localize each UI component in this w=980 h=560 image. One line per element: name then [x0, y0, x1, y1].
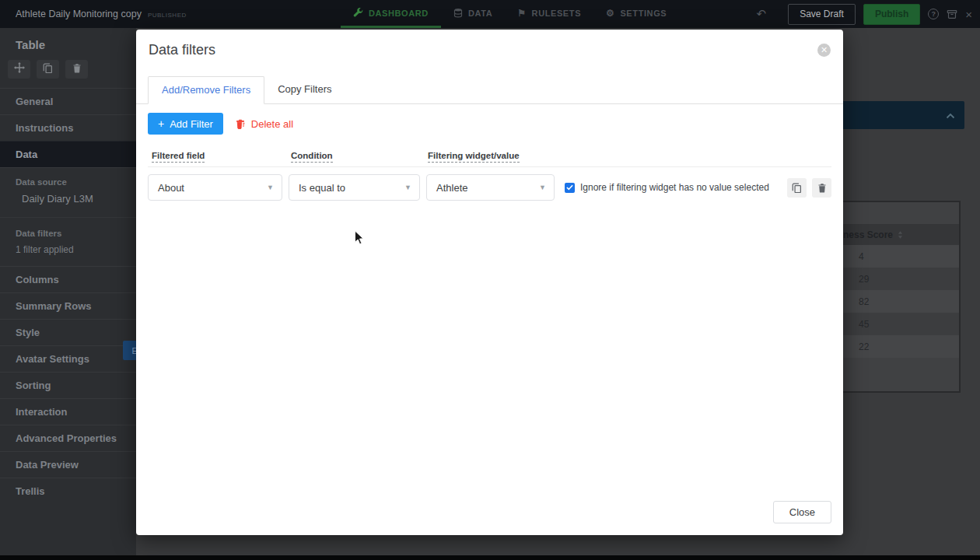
close-icon[interactable]: × [965, 8, 972, 21]
duplicate-filter-button[interactable] [787, 178, 807, 198]
sidebar-item-advanced-properties[interactable]: Advanced Properties [0, 425, 136, 451]
sidebar-item-label: Style [16, 327, 40, 338]
data-source-label: Data source [0, 176, 136, 187]
table-row: 82 [826, 290, 959, 313]
sidebar-item-label: Data [16, 149, 37, 160]
delete-filter-button[interactable] [812, 178, 831, 198]
sidebar-item-label: Instructions [16, 122, 73, 134]
filter-row: About ▼ Is equal to ▼ Athlete ▼ Ignore i… [148, 174, 831, 201]
ignore-checkbox-wrap[interactable]: Ignore if filtering widget has no value … [565, 182, 769, 193]
edit-filters-button[interactable]: Edit [123, 341, 136, 360]
nav-dashboard-label: DASHBOARD [369, 9, 429, 18]
table-row: 22 [826, 335, 959, 358]
sidebar-item-columns[interactable]: Columns [0, 266, 136, 292]
instructions-banner[interactable] [824, 101, 964, 129]
sidebar-item-label: General [16, 96, 53, 107]
filter-row-actions [787, 178, 831, 198]
sidebar-item-label: Columns [16, 274, 59, 285]
filtered-field-select[interactable]: About ▼ [148, 174, 282, 201]
data-source-value[interactable]: Daily Diary L3M [0, 187, 136, 215]
sidebar-item-data[interactable]: Data [0, 141, 136, 167]
top-nav: DASHBOARD DATA ⚑ RULESETS ⚙ SETTINGS [341, 0, 679, 28]
sidebar-item-general[interactable]: General [0, 88, 136, 114]
sidebar-item-instructions[interactable]: Instructions [0, 114, 136, 141]
copy-icon [43, 62, 53, 76]
sidebar-item-summary-rows[interactable]: Summary Rows [0, 292, 136, 319]
sidebar-item-sorting[interactable]: Sorting [0, 372, 136, 398]
nav-data[interactable]: DATA [441, 0, 505, 28]
delete-all-button[interactable]: Delete all [236, 118, 293, 130]
plus-icon: + [158, 117, 164, 130]
data-filters-modal: Data filters ✕ Add/Remove Filters Copy F… [136, 30, 843, 535]
sidebar-item-style[interactable]: Style [0, 319, 136, 345]
dashboard-title: Athlete Daily Monitoring copy [16, 9, 142, 19]
delete-all-label: Delete all [251, 118, 293, 130]
background-data-table: ness Score 4 29 82 45 22 [824, 201, 961, 393]
database-icon [453, 8, 463, 18]
widget-toolbar [0, 58, 136, 88]
condition-header: Condition [289, 151, 426, 160]
save-draft-button[interactable]: Save Draft [788, 4, 856, 25]
nav-data-label: DATA [468, 9, 492, 18]
chevron-up-icon[interactable] [946, 108, 955, 122]
archive-icon[interactable] [947, 9, 957, 19]
tab-copy-filters[interactable]: Copy Filters [264, 76, 345, 104]
tab-add-remove-filters[interactable]: Add/Remove Filters [148, 76, 264, 104]
table-cell: 22 [859, 341, 869, 352]
table-column-header[interactable]: ness Score [826, 224, 959, 245]
move-widget-button[interactable] [8, 60, 30, 79]
filters-applied-text: 1 filter applied [0, 238, 136, 257]
sidebar-item-label: Summary Rows [16, 300, 92, 312]
table-row: 45 [826, 313, 959, 335]
publish-button[interactable]: Publish [863, 4, 920, 25]
modal-close-icon[interactable]: ✕ [817, 44, 831, 57]
nav-dashboard[interactable]: DASHBOARD [341, 0, 441, 28]
nav-settings-label: SETTINGS [620, 9, 667, 18]
top-bar: Athlete Daily Monitoring copy PUBLISHED … [0, 0, 980, 28]
topbar-actions: ↶ Save Draft Publish ? × [757, 0, 972, 28]
sidebar-item-avatar-settings[interactable]: Avatar Settings [0, 345, 136, 372]
condition-select[interactable]: Is equal to ▼ [289, 174, 420, 201]
sidebar-item-data-preview[interactable]: Data Preview [0, 451, 136, 478]
chevron-down-icon: ▼ [267, 184, 274, 191]
sidebar-item-label: Data Preview [16, 459, 79, 471]
widget-type-title: Table [0, 28, 136, 58]
sidebar-item-trellis[interactable]: Trellis [0, 478, 136, 504]
trash-icon [817, 183, 827, 193]
nav-rulesets[interactable]: ⚑ RULESETS [505, 0, 593, 28]
sidebar-item-interaction[interactable]: Interaction [0, 398, 136, 425]
data-section: Data source Daily Diary L3M Data filters… [0, 167, 136, 266]
sidebar-item-label: Advanced Properties [16, 432, 117, 444]
delete-widget-button[interactable] [65, 60, 88, 79]
table-cell: 4 [859, 251, 864, 262]
filter-actions: + Add Filter Delete all [148, 113, 831, 135]
table-cell: 82 [859, 296, 869, 307]
ignore-checkbox[interactable] [565, 183, 575, 193]
trash-icon [72, 62, 82, 76]
published-status-badge: PUBLISHED [148, 12, 187, 19]
undo-icon[interactable]: ↶ [757, 7, 767, 21]
help-icon[interactable]: ? [928, 9, 939, 19]
widget-value-select[interactable]: Athlete ▼ [426, 174, 555, 201]
modal-header: Data filters ✕ [136, 30, 843, 66]
sidebar-item-label: Trellis [16, 485, 45, 497]
filter-column-headers: Filtered field Condition Filtering widge… [148, 151, 831, 167]
duplicate-widget-button[interactable] [37, 60, 59, 79]
copy-icon [792, 183, 802, 193]
add-filter-button[interactable]: + Add Filter [148, 113, 223, 135]
sort-icon [898, 231, 903, 239]
gear-icon: ⚙ [606, 9, 614, 18]
flag-icon: ⚑ [517, 9, 526, 18]
modal-footer: Close [773, 501, 831, 523]
ignore-checkbox-label: Ignore if filtering widget has no value … [580, 182, 769, 193]
widget-value: Athlete [436, 182, 467, 194]
add-filter-label: Add Filter [170, 118, 213, 130]
table-cell: 29 [859, 274, 869, 285]
move-icon [14, 62, 25, 76]
chevron-down-icon: ▼ [539, 184, 546, 191]
modal-body: + Add Filter Delete all Filtered field C… [136, 104, 843, 201]
nav-settings[interactable]: ⚙ SETTINGS [593, 0, 679, 28]
dashboard-title-wrap: Athlete Daily Monitoring copy PUBLISHED [16, 9, 187, 19]
close-modal-button[interactable]: Close [773, 501, 831, 523]
filtered-field-header: Filtered field [148, 151, 289, 160]
